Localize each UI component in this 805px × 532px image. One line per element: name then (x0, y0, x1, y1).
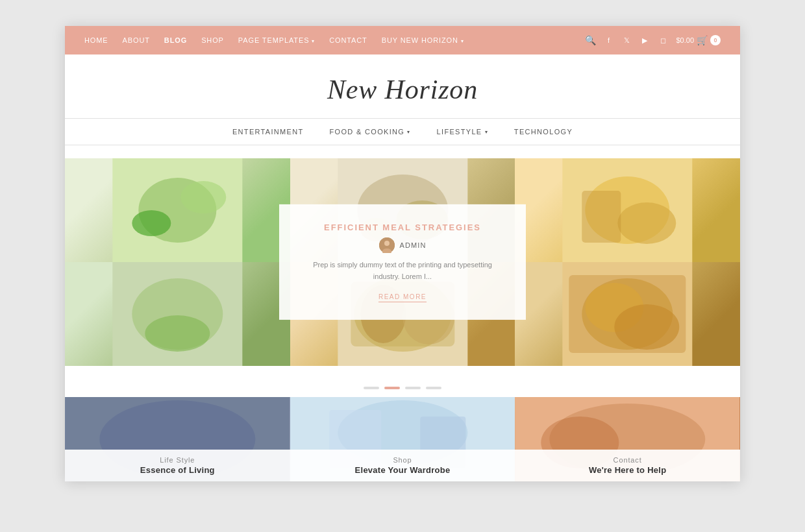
svg-rect-30 (569, 275, 686, 353)
card-shop[interactable]: Shop Elevate Your Wardrobe (290, 397, 515, 481)
browser-window: HOME ABOUT BLOG SHOP PAGE TEMPLATES ▾ CO… (65, 26, 740, 481)
hero-description: Prep is simply dummy text of the printin… (305, 260, 500, 282)
nav-about[interactable]: ABOUT (123, 36, 150, 44)
card-contact-title: We're Here to Help (525, 465, 730, 475)
hero-title: EFFICIENT MEAL STRATEGIES (305, 223, 500, 232)
cat-lifestyle[interactable]: LIFESTYLE ▾ (437, 128, 488, 136)
page-templates-arrow: ▾ (312, 38, 315, 44)
dot-4[interactable] (426, 387, 441, 389)
youtube-icon[interactable]: ▶ (639, 35, 650, 45)
svg-point-5 (180, 181, 226, 213)
author-name: ADMIN (400, 241, 427, 249)
card-shop-title: Elevate Your Wardrobe (301, 465, 505, 475)
nav-blog[interactable]: BLOG (164, 36, 187, 44)
cart-icon: 🛒 (697, 35, 708, 45)
nav-contact[interactable]: CONTACT (329, 36, 367, 44)
hero-overlay-card: EFFICIENT MEAL STRATEGIES ADMIN Prep is … (279, 204, 526, 320)
cat-technology[interactable]: TECHNOLOGY (514, 128, 573, 136)
cart-count: 0 (710, 35, 721, 45)
category-nav: ENTERTAINMENT FOOD & COOKING ▾ LIFESTYLE… (65, 118, 740, 145)
cart-price: $0.00 (676, 36, 694, 44)
hero-author-row: ADMIN (305, 237, 500, 253)
cat-food-cooking[interactable]: FOOD & COOKING ▾ (330, 128, 411, 136)
dot-2[interactable] (384, 387, 400, 389)
nav-page-templates[interactable]: PAGE TEMPLATES ▾ (238, 36, 315, 44)
card-contact-label: Contact We're Here to Help (515, 450, 740, 481)
food-arrow: ▾ (407, 129, 410, 135)
food-cell-1 (65, 158, 290, 262)
nav-shop[interactable]: SHOP (201, 36, 224, 44)
nav-links: HOME ABOUT BLOG SHOP PAGE TEMPLATES ▾ CO… (84, 36, 464, 44)
cart[interactable]: $0.00 🛒 0 (676, 35, 721, 45)
nav-buy[interactable]: BUY NEW HORIZON ▾ (382, 36, 464, 44)
facebook-icon[interactable]: f (603, 35, 613, 45)
instagram-icon[interactable]: ◻ (658, 35, 668, 45)
card-contact[interactable]: Contact We're Here to Help (515, 397, 740, 481)
card-shop-category: Shop (301, 456, 505, 464)
site-logo[interactable]: New Horizon (65, 74, 740, 105)
search-icon[interactable]: 🔍 (585, 35, 595, 45)
dot-3[interactable] (405, 387, 421, 389)
dot-1[interactable] (364, 387, 379, 389)
logo-area: New Horizon (65, 54, 740, 118)
food-cell-4 (65, 262, 290, 366)
top-nav: HOME ABOUT BLOG SHOP PAGE TEMPLATES ▾ CO… (65, 26, 740, 54)
cat-entertainment[interactable]: ENTERTAINMENT (232, 128, 304, 136)
nav-home[interactable]: HOME (84, 36, 108, 44)
svg-point-32 (384, 241, 390, 246)
svg-point-20 (145, 315, 210, 352)
lifestyle-arrow: ▾ (485, 129, 488, 135)
card-lifestyle-title: Essence of Living (75, 465, 280, 475)
twitter-icon[interactable]: 𝕏 (621, 35, 632, 45)
nav-actions: 🔍 f 𝕏 ▶ ◻ $0.00 🛒 0 (585, 35, 721, 45)
food-cell-6 (515, 262, 740, 366)
svg-rect-15 (582, 191, 621, 243)
card-contact-category: Contact (525, 456, 730, 464)
read-more-link[interactable]: READ MORE (378, 293, 427, 302)
svg-point-14 (618, 202, 676, 244)
food-cell-3 (515, 158, 740, 262)
buy-arrow: ▾ (461, 38, 464, 44)
card-lifestyle-category: Life Style (75, 456, 280, 464)
svg-point-4 (132, 210, 171, 236)
slider-dots (65, 379, 740, 397)
card-lifestyle-label: Life Style Essence of Living (65, 450, 290, 481)
card-shop-label: Shop Elevate Your Wardrobe (290, 450, 515, 481)
author-avatar (379, 237, 395, 253)
card-lifestyle[interactable]: Life Style Essence of Living (65, 397, 290, 481)
hero-section: EFFICIENT MEAL STRATEGIES ADMIN Prep is … (65, 158, 740, 366)
bottom-cards: Life Style Essence of Living Shop Elevat… (65, 397, 740, 481)
